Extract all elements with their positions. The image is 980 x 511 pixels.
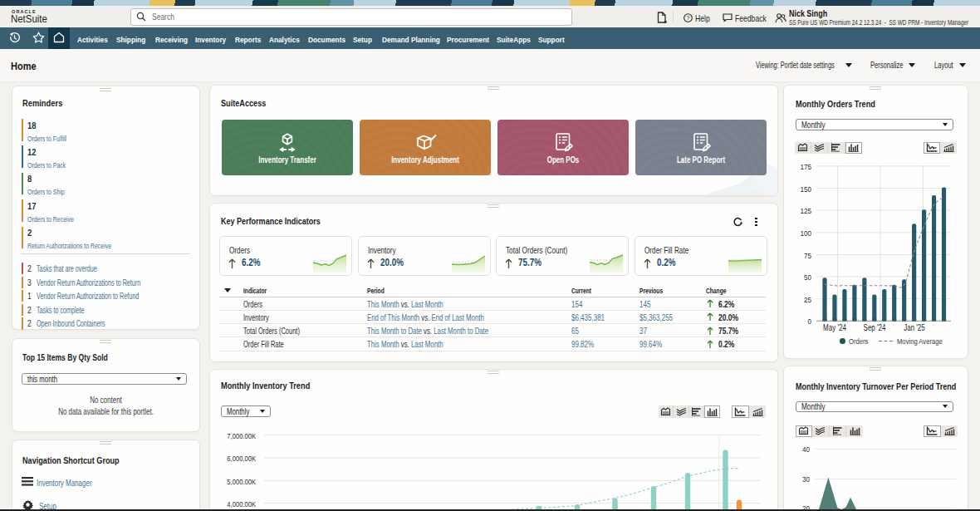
svg-text:?: ?	[687, 15, 690, 21]
